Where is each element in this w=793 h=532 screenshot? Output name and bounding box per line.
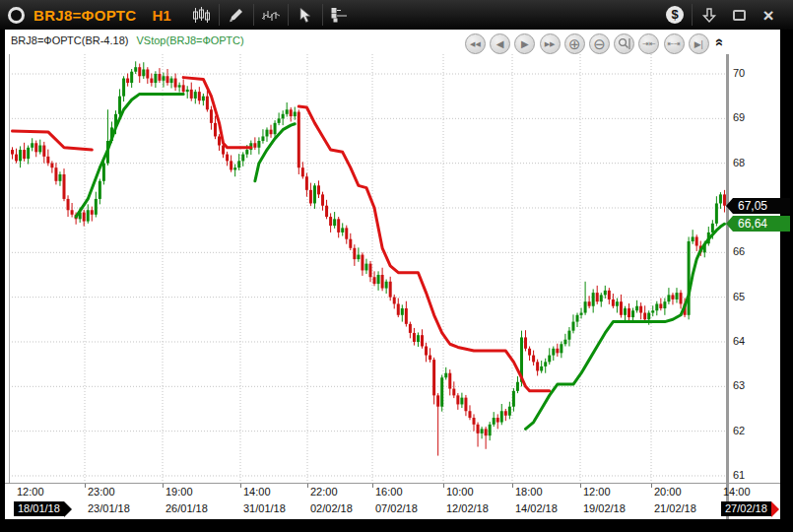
candle [692,236,694,241]
toolbar-symbol: BRJ8=ФОРТС [33,7,136,24]
time-axis-time-label: 18:00 [515,486,543,498]
time-axis-date-label: 12/02/18 [446,502,489,514]
minimize-button[interactable] [724,2,754,28]
draw-button[interactable] [222,2,251,28]
candle [301,167,304,176]
price-axis-label: 66 [733,245,745,257]
current-date-arrow-icon [771,501,779,517]
time-axis-tick [443,484,444,488]
price-chart[interactable] [9,54,726,484]
time-axis-date-label: 07/02/18 [375,502,418,514]
scroll-back-button[interactable]: ◀ [490,33,510,54]
candle [63,174,66,199]
levels-button[interactable] [325,2,355,28]
quotes-button[interactable]: $ [660,2,690,28]
candle [364,264,367,271]
indicators-button[interactable] [256,2,286,28]
scroll-end-button[interactable]: ▶▶ [540,33,561,54]
candle [54,167,57,181]
toolbar-separator [288,4,289,26]
candle [170,79,173,84]
toolbar-separator [253,4,254,26]
candle [493,418,496,425]
candle [413,333,416,342]
candle [317,185,320,194]
minimize-icon [733,10,746,21]
candle [214,123,217,137]
expand-scale-button[interactable]: ⇤⇥ [664,33,685,54]
candle [393,298,396,304]
time-axis-date-label: 02/02/18 [310,502,353,514]
time-axis-time-label: 16:00 [375,486,403,498]
compress-scale-button[interactable]: ⇥⇤ [638,33,659,54]
candle [452,389,455,396]
go-to-end-button[interactable]: ▶| [689,33,709,54]
candle [409,324,412,333]
candle [436,395,439,406]
candle [563,340,566,345]
candle [540,366,543,371]
collapse-toolbar-icon[interactable]: « [714,38,726,46]
time-axis-tick [85,484,86,488]
candle [369,264,372,278]
candle [210,109,213,123]
candle [397,303,400,314]
scroll-start-button[interactable]: ◀◀ [465,33,486,54]
close-button[interactable]: × [754,2,783,28]
candle [512,391,515,407]
candle [313,185,316,203]
dollar-icon: $ [666,6,684,24]
candle [456,395,459,404]
time-axis-time-label: 20:00 [654,486,682,498]
price-label-arrow-icon [726,198,733,214]
candle [477,425,480,433]
candle [671,295,674,299]
time-axis-tick [372,484,373,488]
candle [417,335,420,342]
time-axis-tick [240,484,241,488]
candle [385,282,388,289]
download-button[interactable] [694,2,724,28]
cursor-button[interactable] [291,2,320,28]
time-axis [5,483,780,484]
candle [485,429,488,435]
candle [58,174,61,181]
vstop-line [76,94,183,217]
zoom-in-button[interactable]: ⊕ [564,33,585,54]
candle [353,248,356,259]
candle [245,150,248,155]
candle [675,293,678,299]
first-date-arrow-icon [64,501,72,517]
zoom-area-button[interactable] [614,33,634,54]
candle [19,150,22,161]
candle [448,373,451,389]
candle [186,90,189,92]
zoom-out-button[interactable]: ⊖ [589,33,610,54]
price-axis-label: 65 [733,291,745,302]
time-axis-time-label: 14:00 [243,486,271,498]
chart-type-button[interactable] [187,2,217,28]
price-axis-label: 68 [733,157,745,168]
candle [588,301,591,306]
candle [715,203,718,223]
candle [265,130,268,137]
vstop-line [526,224,725,429]
candle [655,303,658,310]
candle [405,308,408,324]
candle [643,313,646,320]
candle [278,118,281,123]
candle [481,429,484,433]
candle [11,150,14,155]
candle [489,425,492,435]
scroll-forward-button[interactable]: ▶ [514,33,535,54]
candle [628,308,630,317]
candle [91,210,94,215]
chart-title: BRJ8=ФОРТС(BR-4.18) [11,34,128,46]
time-axis-time-label: 12:00 [583,486,611,498]
toolbar-timeframe[interactable]: H1 [152,7,170,24]
candle [237,161,240,167]
candle [624,308,627,315]
candle [194,92,197,99]
candle [34,143,37,152]
candle [524,337,527,348]
